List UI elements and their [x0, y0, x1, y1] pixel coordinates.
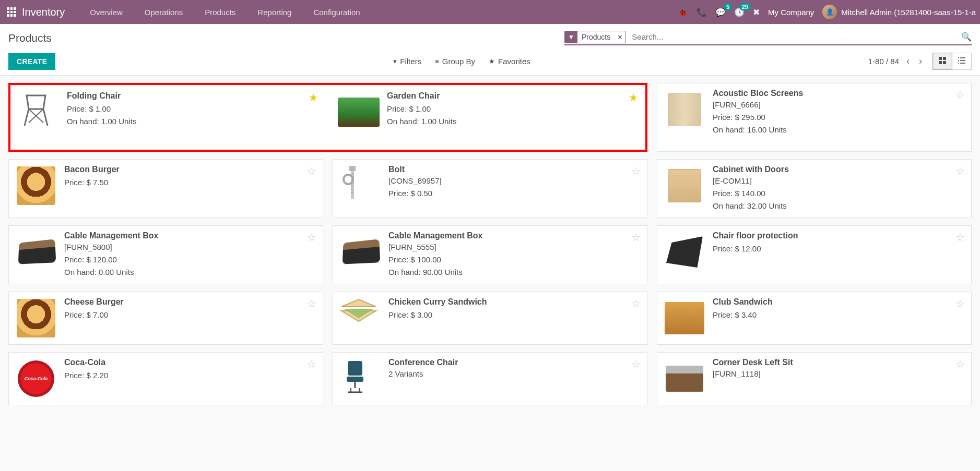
product-price: Price: $ 3.00: [388, 309, 641, 321]
pager-value[interactable]: 1-80 / 84: [868, 57, 899, 66]
product-card[interactable]: Cable Management Box[FURN_5555]Price: $ …: [333, 225, 647, 284]
product-image: [664, 231, 705, 273]
product-name: Bolt: [388, 165, 641, 174]
product-card[interactable]: Corner Desk Left Sit[FURN_1118] ☆: [657, 352, 972, 405]
svg-rect-14: [349, 166, 356, 171]
svg-rect-4: [958, 57, 959, 58]
product-image: [664, 358, 705, 400]
nav-overview[interactable]: Overview: [80, 3, 132, 22]
product-price: Price: $ 0.50: [388, 187, 641, 200]
search-bar[interactable]: ▼ Products × 🔍: [564, 30, 972, 45]
favorite-star-icon[interactable]: ☆: [955, 297, 965, 310]
product-price: Price: $ 140.00: [713, 187, 965, 200]
svg-rect-1: [943, 57, 946, 60]
product-image: [15, 165, 57, 207]
product-card[interactable]: Acoustic Bloc Screens[FURN_6666]Price: $…: [657, 83, 972, 152]
favorites-button[interactable]: ★Favorites: [489, 57, 530, 66]
product-reference: 2 Variants: [388, 369, 641, 378]
star-icon: ★: [489, 57, 495, 65]
product-card[interactable]: Club SandwichPrice: $ 3.40 ☆: [657, 292, 972, 345]
product-image: [18, 91, 60, 133]
favorite-star-icon[interactable]: ☆: [631, 297, 641, 310]
nav-configuration[interactable]: Configuration: [304, 3, 369, 22]
search-facet-products: ▼ Products ×: [564, 31, 625, 43]
filters-button[interactable]: ▾Filters: [393, 57, 421, 66]
product-card[interactable]: Conference Chair2 Variants ☆: [333, 352, 647, 405]
svg-rect-6: [958, 60, 959, 61]
product-card[interactable]: Garden ChairPrice: $ 1.00On hand: 1.00 U…: [332, 86, 644, 149]
product-reference: [FURN_1118]: [713, 369, 965, 378]
favorite-star-icon[interactable]: ☆: [955, 358, 965, 370]
apps-menu-icon[interactable]: [4, 5, 19, 19]
topbar-right: 🐞 📞 💬5 🕓29 ✖ My Company 👤 Mitchell Admin…: [678, 5, 976, 19]
product-reference: [FURN_5800]: [64, 243, 316, 251]
nav-products[interactable]: Products: [195, 3, 245, 22]
favorite-star-icon[interactable]: ☆: [307, 165, 316, 177]
product-card[interactable]: Cheese BurgerPrice: $ 7.00 ☆: [8, 292, 323, 345]
favorite-star-icon[interactable]: ☆: [631, 165, 641, 177]
kanban-view-icon[interactable]: [932, 53, 952, 70]
favorite-star-icon[interactable]: ☆: [955, 231, 965, 244]
product-price: Price: $ 295.00: [713, 111, 965, 124]
bug-icon[interactable]: 🐞: [678, 7, 688, 17]
product-card[interactable]: Coca-Cola Coca-ColaPrice: $ 2.20 ☆: [8, 352, 323, 405]
phone-icon[interactable]: 📞: [696, 7, 707, 17]
nav-operations[interactable]: Operations: [135, 3, 192, 22]
search-icon[interactable]: 🔍: [961, 32, 972, 42]
product-image: [664, 165, 705, 207]
product-reference: [CONS_89957]: [388, 176, 641, 185]
product-name: Chair floor protection: [713, 231, 965, 240]
activity-icon[interactable]: 🕓29: [734, 7, 745, 17]
company-selector[interactable]: My Company: [768, 8, 814, 17]
product-card[interactable]: Bolt[CONS_89957]Price: $ 0.50 ☆: [333, 159, 647, 218]
product-price: Price: $ 7.00: [64, 309, 316, 321]
highlighted-selection: Folding ChairPrice: $ 1.00On hand: 1.00 …: [8, 83, 647, 152]
svg-rect-7: [960, 60, 965, 61]
favorite-star-icon[interactable]: ☆: [955, 165, 965, 177]
app-brand[interactable]: Inventory: [22, 6, 65, 18]
control-panel: Products ▼ Products × 🔍 CREATE ▾Filters …: [0, 24, 980, 76]
messages-icon[interactable]: 💬5: [715, 7, 726, 17]
product-onhand: On hand: 0.00 Units: [64, 266, 316, 279]
groupby-button[interactable]: ≡Group By: [435, 57, 475, 66]
favorite-star-icon[interactable]: ☆: [307, 358, 316, 370]
favorite-star-icon[interactable]: ☆: [307, 231, 316, 244]
svg-rect-0: [939, 57, 942, 60]
product-card[interactable]: Folding ChairPrice: $ 1.00On hand: 1.00 …: [11, 86, 324, 149]
product-card[interactable]: Chicken Curry SandwichPrice: $ 3.00 ☆: [333, 292, 647, 345]
product-image: [664, 297, 705, 339]
list-view-icon[interactable]: [952, 53, 972, 70]
search-input[interactable]: [630, 30, 961, 43]
favorite-star-icon[interactable]: ☆: [631, 358, 641, 370]
create-button[interactable]: CREATE: [8, 53, 55, 70]
product-price: Price: $ 3.40: [713, 309, 965, 321]
favorite-star-icon[interactable]: ☆: [955, 89, 965, 101]
product-card[interactable]: Bacon BurgerPrice: $ 7.50 ☆: [8, 159, 323, 218]
product-name: Conference Chair: [388, 358, 641, 367]
facet-remove-icon[interactable]: ×: [615, 31, 625, 43]
product-image: [15, 297, 57, 339]
product-image: [15, 231, 57, 273]
activity-badge: 29: [739, 3, 751, 10]
user-menu[interactable]: 👤 Mitchell Admin (15281400-saas-15-1-a: [822, 5, 976, 19]
pager-prev-icon[interactable]: ‹: [904, 56, 912, 67]
product-onhand: On hand: 1.00 Units: [67, 115, 318, 128]
svg-rect-9: [960, 63, 965, 64]
product-card[interactable]: Chair floor protectionPrice: $ 12.00 ☆: [657, 225, 972, 284]
pager-next-icon[interactable]: ›: [917, 56, 924, 67]
user-avatar-icon: 👤: [822, 5, 837, 19]
nav-reporting[interactable]: Reporting: [248, 3, 301, 22]
product-image: [339, 231, 381, 273]
product-card[interactable]: Cable Management Box[FURN_5800]Price: $ …: [8, 225, 323, 284]
product-image: [339, 165, 381, 207]
tools-icon[interactable]: ✖: [753, 7, 760, 17]
favorite-star-icon[interactable]: ☆: [631, 231, 641, 244]
favorite-star-icon[interactable]: ☆: [307, 297, 316, 310]
product-card[interactable]: Cabinet with Doors[E-COM11]Price: $ 140.…: [657, 159, 972, 218]
product-reference: [FURN_5555]: [388, 243, 641, 251]
svg-line-11: [43, 109, 48, 126]
top-navbar: Inventory Overview Operations Products R…: [0, 0, 980, 24]
product-name: Cabinet with Doors: [713, 165, 965, 174]
favorite-star-icon[interactable]: ★: [309, 91, 318, 104]
favorite-star-icon[interactable]: ★: [629, 91, 638, 104]
